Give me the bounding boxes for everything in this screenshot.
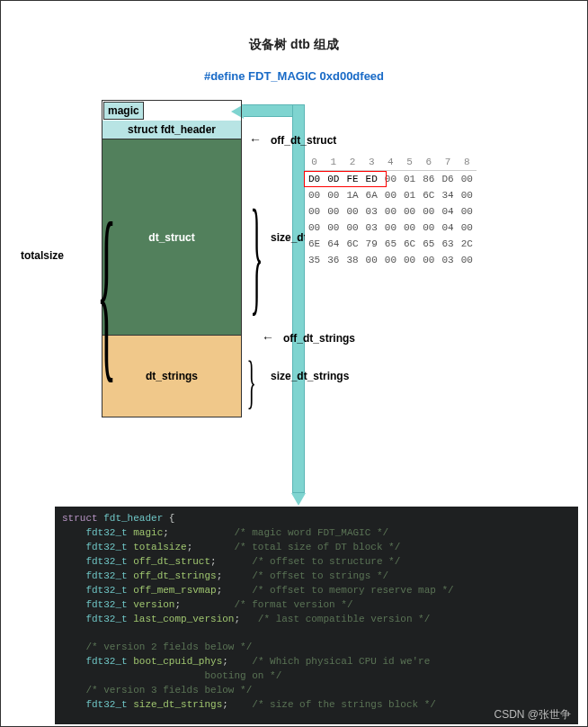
- connector-vertical: [292, 104, 305, 493]
- brace-size-strings: }: [246, 347, 255, 416]
- arrow-off-strings: ←: [262, 330, 274, 345]
- label-off-dt-struct: off_dt_struct: [271, 134, 336, 147]
- arrow-off-struct: ←: [249, 132, 262, 147]
- dtb-blocks: magic struct fdt_header dt_struct dt_str…: [102, 100, 242, 417]
- arrowhead-to-code: [291, 493, 306, 506]
- brace-size-struct: }: [250, 183, 263, 332]
- fdt-header-block: struct fdt_header: [102, 121, 241, 139]
- label-totalsize: totalsize: [21, 249, 64, 262]
- define-line: #define FDT_MAGIC 0xd00dfeed: [1, 53, 587, 83]
- label-off-dt-strings: off_dt_strings: [283, 332, 355, 345]
- dt-strings-block: dt_strings: [102, 336, 241, 417]
- magic-tag: magic: [102, 101, 241, 121]
- brace-totalsize: {: [97, 179, 117, 401]
- diagram-title: 设备树 dtb 组成: [1, 1, 587, 53]
- watermark: CSDN @张世争: [494, 707, 571, 723]
- code-block: struct fdt_header { fdt32_t magic; /* ma…: [55, 507, 578, 724]
- dt-struct-block: dt_struct: [102, 139, 241, 336]
- label-size-dt-strings: size_dt_strings: [271, 370, 349, 382]
- hex-dump: 012345678D00DFEED000186D60000001A6A00016…: [305, 154, 477, 268]
